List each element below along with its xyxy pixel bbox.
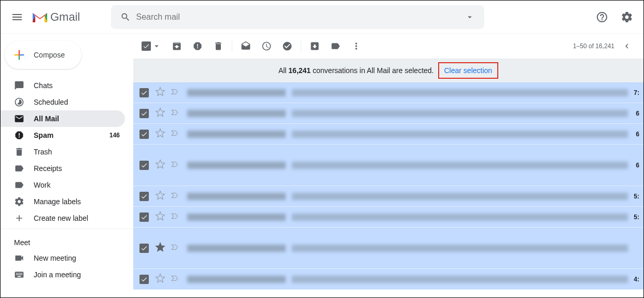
sender — [187, 110, 286, 117]
gmail-logo[interactable]: Gmail — [32, 10, 80, 24]
hamburger-icon — [11, 11, 23, 23]
check-icon — [141, 193, 148, 200]
sidebar-item-scheduled[interactable]: Scheduled — [1, 94, 125, 110]
star-icon — [155, 87, 165, 97]
mail-row[interactable] — [133, 228, 643, 269]
report-spam-button[interactable] — [187, 36, 208, 56]
scheduled-icon — [14, 97, 24, 107]
select-all-checkbox[interactable] — [142, 41, 161, 51]
support-button[interactable] — [592, 7, 612, 27]
star-button[interactable] — [155, 107, 165, 120]
row-checkbox[interactable] — [139, 161, 149, 170]
gear-icon — [621, 11, 633, 23]
mark-read-button[interactable] — [235, 36, 256, 56]
star-button[interactable] — [155, 128, 165, 140]
importance-marker[interactable] — [171, 87, 180, 98]
importance-icon — [171, 108, 180, 117]
importance-marker[interactable] — [171, 211, 180, 223]
spam-icon — [14, 130, 24, 140]
row-checkbox[interactable] — [139, 130, 149, 139]
star-button[interactable] — [155, 273, 165, 286]
importance-marker[interactable] — [171, 108, 180, 119]
mail-row[interactable]: 6 — [133, 124, 643, 145]
sender — [187, 193, 286, 200]
move-to-button[interactable] — [304, 36, 325, 56]
sender — [187, 162, 286, 169]
check-icon — [141, 131, 148, 138]
delete-button[interactable] — [208, 36, 229, 56]
sidebar-item-trash[interactable]: Trash — [1, 144, 125, 160]
settings-button[interactable] — [617, 7, 637, 27]
timestamp: 4: — [628, 276, 643, 283]
compose-label: Compose — [34, 51, 65, 59]
mail-row[interactable]: 6 — [133, 145, 643, 186]
search-bar[interactable] — [111, 5, 484, 29]
row-checkbox[interactable] — [139, 192, 149, 201]
mail-row[interactable]: 4: — [133, 269, 643, 290]
allmail-icon — [14, 113, 24, 124]
sidebar: Compose ChatsScheduledAll MailSpam146Tra… — [1, 34, 133, 297]
compose-button[interactable]: Compose — [5, 41, 81, 69]
main-menu-button[interactable] — [5, 5, 30, 30]
importance-marker[interactable] — [171, 160, 180, 171]
caret-down-icon — [152, 41, 161, 51]
mail-row[interactable]: 5: — [133, 186, 643, 207]
star-button[interactable] — [155, 190, 165, 203]
labels-button[interactable] — [325, 36, 346, 56]
row-checkbox[interactable] — [139, 109, 149, 118]
nav-label: Chats — [34, 81, 125, 90]
star-icon — [155, 211, 165, 221]
row-checkbox[interactable] — [139, 244, 149, 253]
mail-row[interactable]: 5: — [133, 207, 643, 228]
sidebar-item-chats[interactable]: Chats — [1, 77, 125, 94]
nav-label: Manage labels — [34, 197, 125, 206]
sidebar-item-spam[interactable]: Spam146 — [1, 127, 125, 144]
sidebar-item-all-mail[interactable]: All Mail — [1, 110, 125, 127]
importance-marker[interactable] — [171, 243, 180, 254]
more-button[interactable] — [346, 36, 367, 56]
check-icon — [141, 276, 148, 283]
banner-prefix: All — [278, 66, 288, 75]
row-checkbox[interactable] — [139, 212, 149, 222]
timestamp: 6 — [628, 131, 643, 138]
sidebar-item-work[interactable]: Work — [1, 177, 125, 193]
chat-icon — [14, 80, 24, 91]
subject — [292, 193, 628, 200]
star-icon — [155, 273, 165, 283]
importance-marker[interactable] — [171, 129, 180, 140]
check-icon — [141, 214, 148, 221]
star-button[interactable] — [155, 211, 165, 223]
search-icon — [120, 12, 131, 22]
clock-icon — [261, 41, 272, 51]
sidebar-item-receipts[interactable]: Receipts — [1, 160, 125, 177]
star-button[interactable] — [155, 242, 165, 254]
clear-selection-link[interactable]: Clear selection — [438, 62, 499, 79]
importance-icon — [171, 243, 180, 252]
importance-marker[interactable] — [171, 274, 180, 285]
subject — [292, 89, 628, 96]
search-input[interactable] — [136, 12, 459, 22]
mail-row[interactable]: 7: — [133, 82, 643, 103]
check-icon — [141, 162, 148, 169]
search-options-button[interactable] — [459, 12, 480, 22]
add-task-button[interactable] — [277, 36, 298, 56]
timestamp: 6 — [628, 162, 643, 169]
importance-icon — [171, 274, 180, 283]
row-checkbox[interactable] — [139, 88, 149, 97]
sidebar-item-manage-labels[interactable]: Manage labels — [1, 193, 125, 210]
gmail-icon — [32, 11, 48, 23]
prev-page-button[interactable] — [619, 38, 635, 54]
star-button[interactable] — [155, 159, 165, 172]
sidebar-item-create-new-label[interactable]: Create new label — [1, 210, 125, 226]
row-checkbox[interactable] — [139, 275, 149, 284]
importance-marker[interactable] — [171, 191, 180, 202]
mail-row[interactable]: 6 — [133, 103, 643, 124]
archive-button[interactable] — [166, 36, 187, 56]
meet-item-join-a-meeting[interactable]: Join a meeting — [1, 266, 125, 283]
check-icon — [141, 110, 148, 117]
star-icon — [155, 242, 165, 252]
help-icon — [596, 11, 608, 23]
snooze-button[interactable] — [256, 36, 277, 56]
star-button[interactable] — [155, 87, 165, 99]
meet-item-new-meeting[interactable]: New meeting — [1, 250, 125, 266]
